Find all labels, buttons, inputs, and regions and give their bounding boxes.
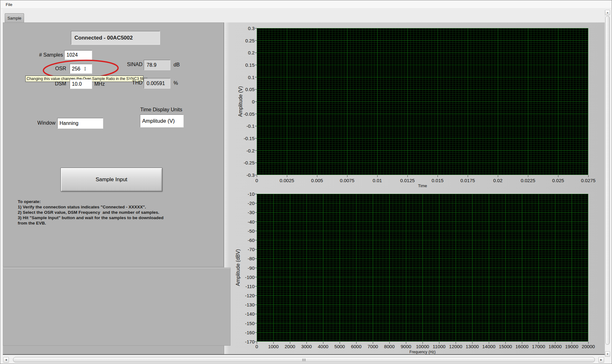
sample-input-button[interactable]: Sample Input (60, 168, 162, 192)
tick-label: 0.005 (311, 178, 323, 183)
tick-label: -150 (245, 320, 255, 326)
content-bottom-edge (3, 354, 605, 355)
time-chart-y-tick-labels: 0.30.250.20.150.10.050-0.05-0.1-0.15-0.2… (233, 28, 255, 176)
window-label: Window (24, 120, 55, 126)
scroll-up-button[interactable]: ▲ (605, 10, 610, 15)
arrow-left-icon: ◀ (5, 359, 7, 361)
tick-label: 13000 (466, 344, 479, 349)
dsm-unit: MHz (94, 81, 105, 87)
samples-label: # Samples (20, 52, 63, 58)
tick-label: -0.3 (246, 172, 255, 178)
time-chart-x-axis-title: Time (257, 183, 588, 188)
tick-label: 0.015 (432, 178, 444, 183)
vertical-scrollbar[interactable]: ▲ ▼ (605, 10, 610, 357)
tick-label: -60 (248, 237, 255, 243)
samples-input[interactable] (64, 50, 92, 60)
instructions-line: 3) Hit "Sample Input" button and wait fo… (18, 215, 208, 220)
freq-chart-x-axis-title: Frequency (Hz) (257, 350, 588, 354)
tick-label: -80 (248, 256, 255, 261)
tick-label: 6000 (351, 344, 361, 349)
thd-indicator: 0.00591 (144, 78, 170, 89)
instructions-line: from the EVB. (18, 220, 208, 226)
freq-chart-y-tick-labels: -10-20-30-40-50-60-70-80-90-100-110-120-… (231, 194, 255, 342)
tick-label: 1000 (268, 344, 279, 349)
tick-label: 9000 (401, 344, 411, 349)
instructions-line: To operate: (18, 199, 208, 204)
menu-bar: File (1, 1, 611, 9)
tick-label: 0.01 (373, 178, 382, 183)
tick-label: -170 (245, 339, 255, 344)
tick-label: 0.0025 (280, 178, 294, 183)
tick-label: 0.0175 (460, 178, 475, 183)
tick-label: -140 (245, 311, 255, 317)
application-window: File Sample Amplitude (V) 0.30.250.20.15… (0, 0, 612, 364)
tick-label: -0.05 (244, 111, 255, 116)
time-display-units-listbox[interactable]: Amplitude (V) (140, 114, 184, 127)
tick-label: -50 (248, 228, 255, 233)
tick-label: 14000 (482, 344, 495, 349)
tick-label: 0.05 (245, 87, 255, 92)
tick-label: -160 (245, 330, 255, 335)
freq-chart-x-tick-labels: 0100020003000400050006000700080009000100… (257, 344, 589, 349)
tick-label: 0 (256, 344, 258, 349)
tick-label: -10 (248, 191, 255, 197)
tick-label: -40 (248, 219, 255, 224)
menu-item-file[interactable]: File (1, 2, 16, 7)
tick-label: 0 (252, 99, 255, 104)
tick-label: -70 (248, 247, 255, 252)
tick-label: 0.3 (248, 26, 255, 31)
tick-label: 0.25 (245, 38, 255, 43)
tab-sample[interactable]: Sample (5, 13, 24, 22)
tick-label: 18000 (548, 344, 562, 349)
osr-value: 256 (72, 66, 80, 71)
scroll-left-button[interactable]: ◀ (3, 357, 9, 363)
horizontal-scroll-thumb[interactable] (13, 357, 595, 362)
tick-label: 11000 (433, 344, 446, 349)
arrow-up-icon: ▲ (607, 11, 609, 14)
instructions-line: 1) Verify the connection status indicate… (18, 204, 208, 210)
time-chart-x-ticks (257, 175, 589, 177)
tick-label: -0.25 (244, 160, 255, 165)
tick-label: 3000 (301, 344, 312, 349)
text-cursor-icon: I (84, 66, 86, 72)
instructions-line: 2) Select the OSR value, DSM Frequency a… (18, 210, 208, 215)
tick-label: 0.0225 (521, 178, 535, 183)
tick-label: -130 (245, 302, 255, 307)
tick-label: 8000 (384, 344, 394, 349)
tick-label: 4000 (318, 344, 328, 349)
tick-label: 0 (256, 178, 258, 183)
scroll-grip-icon (302, 359, 306, 361)
tick-label: 12000 (449, 344, 462, 349)
vertical-scroll-thumb[interactable] (605, 16, 610, 345)
osr-input[interactable]: 256I (70, 64, 92, 74)
time-display-units-label: Time Display Units (140, 107, 182, 113)
tick-label: 0.0125 (400, 178, 415, 183)
tick-label: -20 (248, 201, 255, 206)
tick-label: 16000 (515, 344, 529, 349)
sinad-indicator: 78.9 (144, 60, 170, 70)
window-ring-control[interactable]: Hanning (57, 118, 103, 129)
freq-plot-area (257, 194, 588, 342)
tick-label: -0.15 (244, 136, 255, 141)
scroll-down-button[interactable]: ▼ (605, 351, 610, 357)
chart-area-background: Amplitude (V) 0.30.250.20.150.10.050-0.0… (224, 22, 605, 354)
connection-status-indicator: Connected - 00AC5002 (71, 31, 160, 45)
tick-label: 7000 (368, 344, 378, 349)
thd-unit: % (174, 80, 178, 86)
time-chart-x-tick-labels: 00.00250.0050.00750.010.01250.0150.01750… (257, 178, 589, 183)
tick-label: 20000 (582, 344, 595, 349)
tick-label: -0.1 (246, 123, 255, 129)
sinad-unit: dB (174, 62, 180, 68)
dsm-input[interactable] (70, 79, 92, 89)
tick-label: -0.2 (246, 148, 255, 153)
tick-label: -120 (245, 293, 255, 298)
scroll-right-button[interactable]: ▶ (598, 357, 604, 363)
horizontal-scrollbar[interactable]: ◀ ▶ (3, 357, 605, 363)
tick-label: -90 (248, 265, 255, 270)
tick-label: 17000 (532, 344, 545, 349)
arrow-right-icon: ▶ (600, 359, 602, 361)
tick-label: 10000 (416, 344, 429, 349)
lower-left-panel (3, 268, 230, 346)
tick-label: 0.02 (493, 178, 502, 183)
tick-label: 0.0075 (340, 178, 355, 183)
